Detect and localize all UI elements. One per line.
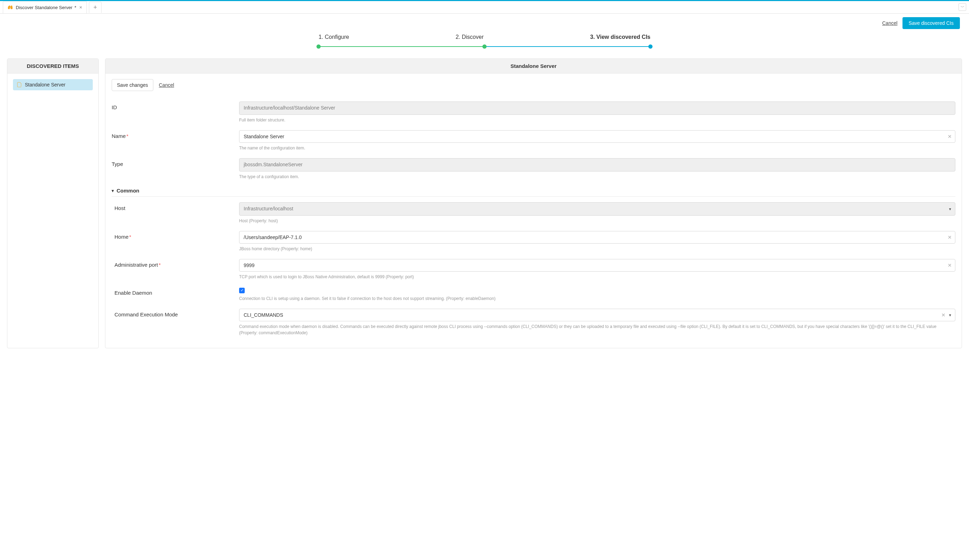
field-row-host: Host Infrastructure/localhost ▼ Host (Pr… bbox=[112, 199, 955, 228]
step-2-label[interactable]: 2. Discover bbox=[455, 34, 483, 40]
tab-add-button[interactable]: + bbox=[89, 2, 102, 13]
section-common-label: Common bbox=[117, 188, 139, 194]
label-type: Type bbox=[112, 158, 232, 167]
helper-host: Host (Property: host) bbox=[239, 218, 955, 224]
discovered-item-label: Standalone Server bbox=[25, 82, 65, 88]
helper-name: The name of the configuration item. bbox=[239, 145, 955, 151]
input-id: Infrastructure/localhost/Standalone Serv… bbox=[239, 101, 955, 115]
discovered-items-panel: DISCOVERED ITEMS Standalone Server bbox=[7, 58, 99, 348]
clear-home-icon[interactable]: ✕ bbox=[947, 234, 952, 240]
step-1-label[interactable]: 1. Configure bbox=[318, 34, 349, 40]
label-host: Host bbox=[112, 202, 232, 211]
helper-id: Full item folder structure. bbox=[239, 117, 955, 123]
clear-cmd-mode-icon[interactable]: ✕ bbox=[941, 312, 946, 318]
helper-type: The type of a configuration item. bbox=[239, 174, 955, 180]
track-segment-2 bbox=[484, 46, 651, 47]
select-cmd-mode[interactable] bbox=[239, 309, 955, 321]
caret-down-icon: ▼ bbox=[948, 207, 952, 211]
label-admin-port: Administrative port* bbox=[112, 259, 232, 268]
tab-modified-marker: * bbox=[75, 5, 76, 10]
field-row-id: ID Infrastructure/localhost/Standalone S… bbox=[112, 98, 955, 127]
tab-close-icon[interactable]: ✕ bbox=[79, 5, 82, 10]
inner-cancel-link[interactable]: Cancel bbox=[159, 82, 174, 88]
save-changes-button[interactable]: Save changes bbox=[112, 79, 153, 91]
clear-admin-port-icon[interactable]: ✕ bbox=[947, 263, 952, 268]
field-row-name: Name* ✕ The name of the configuration it… bbox=[112, 127, 955, 155]
input-type: jbossdm.StandaloneServer bbox=[239, 158, 955, 171]
select-host[interactable]: Infrastructure/localhost bbox=[239, 202, 955, 216]
tab-bar: Discover Standalone Server * ✕ + ﹀ bbox=[0, 1, 969, 14]
field-row-admin-port: Administrative port* ✕ TCP port which is… bbox=[112, 256, 955, 284]
label-cmd-mode: Command Execution Mode bbox=[112, 309, 232, 317]
field-row-enable-daemon: Enable Daemon ✓ Connection to CLI is set… bbox=[112, 284, 955, 305]
tab-title: Discover Standalone Server bbox=[16, 5, 72, 10]
helper-enable-daemon: Connection to CLI is setup using a daemo… bbox=[239, 296, 955, 302]
step-2-dot bbox=[483, 45, 486, 49]
input-admin-port[interactable] bbox=[239, 259, 955, 272]
label-id: ID bbox=[112, 101, 232, 110]
helper-cmd-mode: Command execution mode when daemon is di… bbox=[239, 323, 955, 336]
top-actions-row: Cancel Save discovered CIs bbox=[0, 14, 969, 29]
main-content-row: DISCOVERED ITEMS Standalone Server Stand… bbox=[0, 58, 969, 355]
checkbox-enable-daemon[interactable]: ✓ bbox=[239, 288, 245, 293]
helper-admin-port: TCP port which is used to login to JBoss… bbox=[239, 274, 955, 280]
label-enable-daemon: Enable Daemon bbox=[112, 287, 232, 296]
cancel-link[interactable]: Cancel bbox=[882, 20, 897, 26]
field-row-cmd-mode: Command Execution Mode ✕ ▼ Command execu… bbox=[112, 305, 955, 339]
discovered-item-standalone-server[interactable]: Standalone Server bbox=[13, 79, 93, 90]
clear-name-icon[interactable]: ✕ bbox=[947, 134, 952, 139]
step-3-dot bbox=[648, 45, 653, 49]
tab-overflow-button[interactable]: ﹀ bbox=[959, 3, 966, 11]
helper-home: JBoss home directory (Property: home) bbox=[239, 246, 955, 252]
label-name: Name* bbox=[112, 130, 232, 139]
input-home[interactable] bbox=[239, 231, 955, 244]
save-discovered-cis-button[interactable]: Save discovered CIs bbox=[902, 17, 960, 29]
chevron-down-icon: ▾ bbox=[112, 188, 114, 193]
label-home: Home* bbox=[112, 231, 232, 240]
details-panel-header: Standalone Server bbox=[105, 59, 962, 73]
binoculars-icon bbox=[7, 4, 14, 10]
file-icon bbox=[17, 82, 22, 88]
details-panel: Standalone Server Save changes Cancel ID… bbox=[105, 58, 962, 348]
step-3-label[interactable]: 3. View discovered CIs bbox=[590, 34, 651, 40]
section-common[interactable]: ▾ Common bbox=[112, 183, 955, 197]
tab-discover-standalone[interactable]: Discover Standalone Server * ✕ bbox=[3, 1, 87, 13]
field-row-type: Type jbossdm.StandaloneServer The type o… bbox=[112, 155, 955, 183]
discovered-items-header: DISCOVERED ITEMS bbox=[7, 59, 98, 73]
step-1-dot bbox=[316, 45, 321, 49]
inner-actions-row: Save changes Cancel bbox=[112, 79, 955, 91]
wizard-stepper: 1. Configure 2. Discover 3. View discove… bbox=[0, 29, 969, 58]
field-row-home: Home* ✕ JBoss home directory (Property: … bbox=[112, 228, 955, 256]
input-name[interactable] bbox=[239, 130, 955, 143]
